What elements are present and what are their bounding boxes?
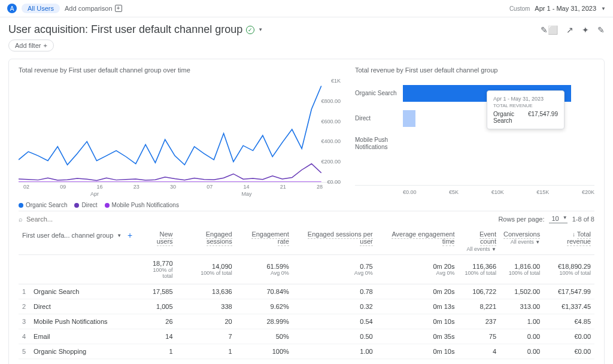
edit-icon[interactable]: ✎ [597, 25, 605, 35]
xtick: 02 [23, 184, 29, 190]
month-label: Apr [19, 191, 171, 197]
insights-icon[interactable]: ✦ [582, 25, 589, 35]
date-custom-label: Custom [509, 5, 530, 12]
line-chart-panel: Total revenue by First user default chan… [19, 66, 341, 208]
line-x-labels: 020916233007142128 [19, 183, 341, 191]
plus-icon: + [43, 42, 47, 49]
bar-xtick: €5K [449, 189, 459, 195]
table-row[interactable]: 5 Organic Shopping11100%1.000m 10s40.00€… [19, 344, 594, 359]
legend-label: Direct [81, 202, 97, 208]
legend-item[interactable]: Mobile Push Notifications [105, 202, 179, 208]
tooltip-date: Apr 1 - May 31, 2023 [493, 96, 558, 102]
bar-xtick: €0.00 [403, 189, 417, 195]
xtick: 23 [133, 184, 139, 190]
ytick: €200.00 [321, 159, 341, 165]
legend-item[interactable]: Organic Search [19, 202, 67, 208]
col-sessions-per-user[interactable]: Engaged sessions per user [293, 226, 377, 255]
tooltip-metric: TOTAL REVENUE [493, 103, 558, 108]
bar-fill [403, 110, 415, 127]
chevron-down-icon: ▼ [563, 215, 568, 220]
col-new-users[interactable]: New users [138, 226, 176, 255]
data-table: First user defa... channel group ▼ + New… [19, 226, 594, 364]
bar-chart-panel: Total revenue by First user default chan… [355, 66, 594, 208]
col-engagement-rate[interactable]: Engagement rate [236, 226, 293, 255]
table-row[interactable]: 3 Mobile Push Notifications262028.99%0.5… [19, 314, 594, 329]
plus-icon: + [115, 5, 122, 12]
page-title-text: User acquisition: First user default cha… [8, 23, 242, 36]
filter-bar: Add filter + [0, 38, 613, 59]
tooltip-value: €17,547.99 [528, 111, 558, 124]
charts-row: Total revenue by First user default chan… [19, 66, 594, 208]
chevron-down-icon: ▼ [117, 233, 122, 238]
xtick: 28 [317, 184, 323, 190]
ytick: €800.00 [321, 98, 341, 104]
add-comparison-button[interactable]: Add comparison + [65, 5, 122, 12]
date-picker[interactable]: Custom Apr 1 - May 31, 2023 ▼ [509, 5, 606, 12]
legend-label: Mobile Push Notifications [112, 202, 179, 208]
add-comparison-label: Add comparison [65, 5, 113, 12]
bar-chart-title: Total revenue by First user default chan… [355, 66, 594, 74]
legend-item[interactable]: Direct [74, 202, 97, 208]
col-conversions[interactable]: ConversionsAll events ▼ [500, 226, 544, 255]
share-icon[interactable]: ↗ [566, 25, 573, 35]
search-icon: ⌕ [19, 216, 23, 223]
totals-row: 18,770100% of total 14,090100% of total … [19, 255, 594, 284]
chart-tooltip: Apr 1 - May 31, 2023 TOTAL REVENUE Organ… [487, 90, 565, 129]
search-input[interactable] [26, 216, 98, 223]
bar-label: Direct [355, 115, 403, 122]
bar-label: Mobile Push Notifications [355, 136, 403, 151]
bar-label: Organic Search [355, 90, 403, 97]
xtick: 30 [170, 184, 176, 190]
col-avg-engagement-time[interactable]: Average engagement time [377, 226, 459, 255]
legend-dot [105, 203, 110, 208]
sort-desc-icon: ↓ [572, 231, 575, 238]
line-chart-svg [19, 81, 341, 182]
legend-label: Organic Search [26, 202, 67, 208]
col-total-revenue[interactable]: ↓ Total revenue [544, 226, 594, 255]
col-engaged-sessions[interactable]: Engaged sessions [177, 226, 236, 255]
comparison-chips: A All Users Add comparison + [7, 4, 122, 13]
table-toolbar: ⌕ Rows per page: 10 ▼ 1-8 of 8 [19, 211, 594, 226]
rows-per-page-select[interactable]: 10 ▼ [549, 215, 567, 223]
table-row[interactable]: 1 Organic Search17,58513,63670.84%0.780m… [19, 284, 594, 299]
report-card: Total revenue by First user default chan… [8, 59, 605, 364]
bar-track [403, 135, 594, 152]
line-chart[interactable]: €1K €800.00 €600.00 €400.00 €200.00 €0.0… [19, 81, 341, 183]
xtick: 09 [60, 184, 66, 190]
add-filter-button[interactable]: Add filter + [8, 40, 54, 51]
table-row[interactable]: 6 Organic Social8660%0.670m 18s570.00€0.… [19, 359, 594, 365]
title-dropdown-icon[interactable]: ▼ [258, 27, 263, 32]
ytick: €600.00 [321, 119, 341, 125]
table-row[interactable]: 4 Email14750%0.500m 35s750.00€0.00 [19, 329, 594, 344]
customize-icon[interactable]: ✎⬜ [541, 25, 558, 35]
table-search[interactable]: ⌕ [19, 216, 98, 223]
bar-row[interactable]: Mobile Push Notifications [355, 131, 594, 156]
xtick: 21 [280, 184, 286, 190]
xtick: 07 [207, 184, 213, 190]
rpp-value: 10 [551, 215, 559, 222]
add-dimension-button[interactable]: + [125, 230, 135, 240]
dimension-header[interactable]: First user defa... channel group ▼ + [19, 226, 138, 255]
xtick: 14 [243, 184, 249, 190]
tooltip-label: Organic Search [493, 111, 528, 124]
bar-xtick: €15K [536, 189, 549, 195]
page-range-text: 1-8 of 8 [572, 216, 594, 223]
segment-badge: A [7, 4, 17, 13]
col-event-count[interactable]: Event countAll events ▼ [458, 226, 500, 255]
page-title: User acquisition: First user default cha… [8, 23, 263, 36]
ytick: €400.00 [321, 138, 341, 144]
verified-icon: ✓ [246, 26, 254, 34]
bar-xtick: €10K [491, 189, 504, 195]
date-range-text: Apr 1 - May 31, 2023 [535, 5, 596, 12]
all-users-chip[interactable]: All Users [22, 4, 60, 13]
title-bar: User acquisition: First user default cha… [0, 17, 613, 38]
ytick: €0.00 [327, 179, 341, 185]
bar-x-labels: €0.00€5K€10K€15K€20K [355, 185, 594, 195]
month-label: May [171, 191, 323, 197]
xtick: 16 [96, 184, 102, 190]
add-filter-label: Add filter [15, 42, 41, 49]
report-actions: ✎⬜ ↗ ✦ ✎ [541, 25, 605, 35]
legend-dot [74, 203, 79, 208]
table-row[interactable]: 2 Direct1,0053389.62%0.320m 13s8,221313.… [19, 299, 594, 314]
legend-dot [19, 203, 23, 208]
